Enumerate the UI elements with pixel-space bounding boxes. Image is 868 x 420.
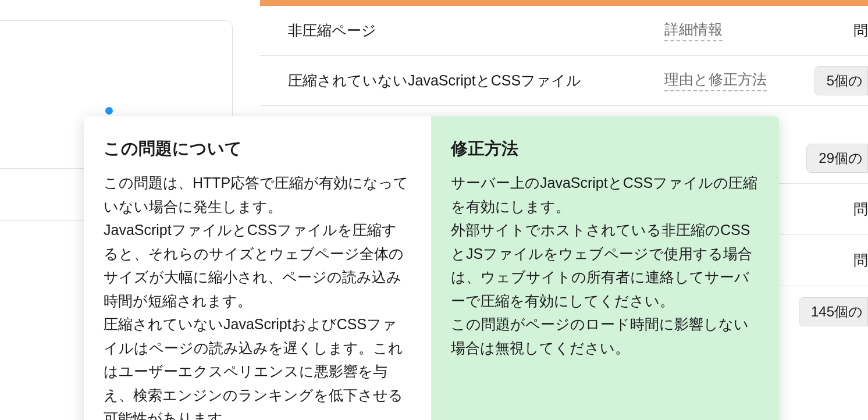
table-row: 非圧縮ページ 詳細情報 問: [260, 6, 868, 56]
tooltip-fix-body: サーバー上のJavaScriptとCSSファイルの圧縮を有効にします。外部サイト…: [451, 171, 759, 360]
info-tooltip: この問題について この問題は、HTTP応答で圧縮が有効になっていない場合に発生し…: [84, 116, 779, 420]
tooltip-fix-section: 修正方法 サーバー上のJavaScriptとCSSファイルの圧縮を有効にします。…: [431, 116, 779, 420]
count-badge[interactable]: 5個の: [814, 66, 868, 95]
row-right-label: 問: [853, 21, 868, 40]
row-right-label: 問: [853, 251, 868, 270]
count-badge[interactable]: 29個の: [806, 144, 868, 173]
status-dot-icon: [105, 107, 113, 115]
count-badge[interactable]: 145個の: [799, 297, 868, 326]
tooltip-about-section: この問題について この問題は、HTTP応答で圧縮が有効になっていない場合に発生し…: [84, 116, 431, 420]
tooltip-fix-heading: 修正方法: [451, 137, 759, 161]
row-right-label: 問: [853, 200, 868, 219]
row-title: 非圧縮ページ: [260, 21, 664, 40]
details-link[interactable]: 詳細情報: [664, 20, 723, 41]
tooltip-about-heading: この問題について: [104, 137, 411, 161]
reason-fix-link[interactable]: 理由と修正方法: [664, 70, 767, 91]
table-row: 圧縮されていないJavaScriptとCSSファイル 理由と修正方法 5個の: [260, 56, 868, 106]
orange-bar-accent: [260, 0, 868, 6]
tooltip-about-body: この問題は、HTTP応答で圧縮が有効になっていない場合に発生します。JavaSc…: [104, 171, 411, 420]
row-title: 圧縮されていないJavaScriptとCSSファイル: [260, 71, 664, 90]
